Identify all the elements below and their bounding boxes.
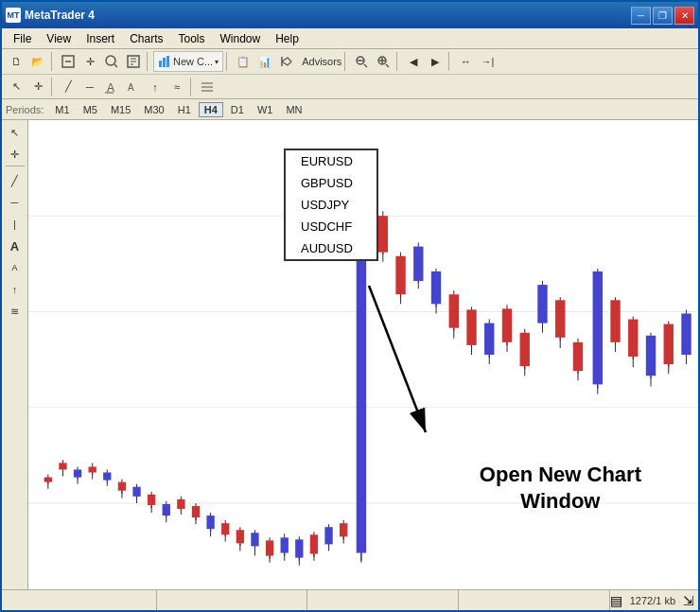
svg-text:A: A xyxy=(128,82,134,93)
period-sep-button[interactable] xyxy=(276,51,297,72)
separator-2 xyxy=(147,52,150,71)
close-button[interactable]: ✕ xyxy=(674,7,694,25)
main-window: MT MetaTrader 4 ─ ❐ ✕ File View Insert C… xyxy=(0,0,700,612)
text-objects-tool[interactable]: A xyxy=(101,77,122,97)
dropdown-item-eurusd[interactable]: EURUSD xyxy=(286,150,376,172)
periods-tool[interactable]: A xyxy=(123,77,144,97)
timeframe-bar: Periods: M1 M5 M15 M30 H1 H4 D1 W1 MN xyxy=(2,99,698,120)
restore-button[interactable]: ❐ xyxy=(653,7,673,25)
sep-draw-2 xyxy=(190,78,194,96)
svg-rect-130 xyxy=(573,342,583,371)
svg-rect-52 xyxy=(148,495,155,505)
text-lp[interactable]: A xyxy=(5,236,26,256)
vline-lp[interactable]: | xyxy=(5,214,26,235)
tf-h4[interactable]: H4 xyxy=(199,102,223,117)
menu-charts[interactable]: Charts xyxy=(122,30,170,47)
svg-rect-121 xyxy=(520,333,530,366)
tf-mn[interactable]: MN xyxy=(280,102,307,117)
dropdown-item-gbpusd[interactable]: GBPUSD xyxy=(286,172,376,194)
dropdown-item-audusd[interactable]: AUDUSD xyxy=(286,237,376,259)
cross-lp[interactable]: ✛ xyxy=(5,144,26,165)
new-chart-button[interactable]: New C... ▾ xyxy=(153,51,223,72)
title-bar: MT MetaTrader 4 ─ ❐ ✕ xyxy=(2,2,698,28)
line-tool[interactable]: ╱ xyxy=(58,77,79,97)
svg-line-16 xyxy=(386,64,389,67)
cursor-tool[interactable]: ↖ xyxy=(6,77,26,97)
trendline-lp[interactable]: ╱ xyxy=(5,170,26,191)
svg-rect-118 xyxy=(502,308,512,341)
zoom-in-button[interactable] xyxy=(101,51,122,72)
zoom-in-chart-button[interactable] xyxy=(373,51,394,72)
experts-button[interactable] xyxy=(58,51,79,72)
svg-rect-76 xyxy=(266,540,273,555)
tf-m1[interactable]: M1 xyxy=(49,102,75,117)
svg-rect-115 xyxy=(484,323,494,355)
svg-rect-100 xyxy=(395,256,405,294)
memory-info: 1272/1 kb xyxy=(630,595,675,606)
svg-rect-112 xyxy=(466,309,476,344)
auto-scroll-button[interactable]: ↔ xyxy=(455,51,476,72)
open-button[interactable]: 📂 xyxy=(27,51,48,72)
svg-rect-127 xyxy=(555,300,565,337)
svg-rect-55 xyxy=(163,504,170,516)
tf-w1[interactable]: W1 xyxy=(252,102,279,117)
indicators-button[interactable]: 📊 xyxy=(254,51,275,72)
dropdown-item-usdchf[interactable]: USDCHF xyxy=(286,216,376,237)
arrows-tool[interactable]: ↑ xyxy=(145,77,166,97)
menu-tools[interactable]: Tools xyxy=(171,30,213,47)
fibonacci-tool[interactable] xyxy=(197,77,218,97)
menu-view[interactable]: View xyxy=(39,30,79,47)
svg-rect-9 xyxy=(163,58,166,67)
svg-rect-91 xyxy=(340,523,347,536)
crosshair-button[interactable]: ✛ xyxy=(79,51,100,72)
properties-button[interactable] xyxy=(123,51,144,72)
status-seg-2 xyxy=(157,590,308,610)
svg-line-13 xyxy=(364,64,367,67)
crosshair-tool[interactable]: ✛ xyxy=(27,77,48,97)
separator-6 xyxy=(448,52,452,71)
hline-tool[interactable]: ─ xyxy=(79,77,100,97)
new-chart-label: New C... xyxy=(173,56,213,67)
tf-h1[interactable]: H1 xyxy=(172,102,197,117)
svg-rect-61 xyxy=(192,506,200,517)
menu-help[interactable]: Help xyxy=(268,30,306,47)
dropdown-item-usdjpy[interactable]: USDJPY xyxy=(286,194,376,216)
toolbar-row-2: ↖ ✛ ╱ ─ A A ↑ ≈ xyxy=(2,74,698,98)
sep-draw-1 xyxy=(51,78,55,96)
template-button[interactable]: 📋 xyxy=(233,51,254,72)
wave-lp[interactable]: ≋ xyxy=(5,301,26,322)
status-bar: ▤ 1272/1 kb ⇲ xyxy=(2,589,698,610)
svg-rect-106 xyxy=(431,271,441,304)
hline-lp[interactable]: ─ xyxy=(5,192,26,213)
timeframe-label: Periods: xyxy=(6,104,44,115)
menu-window[interactable]: Window xyxy=(213,30,269,47)
menu-insert[interactable]: Insert xyxy=(79,30,122,47)
minimize-button[interactable]: ─ xyxy=(631,7,651,25)
svg-rect-136 xyxy=(610,300,620,342)
tf-m15[interactable]: M15 xyxy=(105,102,136,117)
status-seg-3 xyxy=(307,590,459,610)
zoom-out-button[interactable] xyxy=(351,51,372,72)
svg-rect-40 xyxy=(89,466,96,472)
arrow-lp[interactable]: ↑ xyxy=(5,279,26,300)
menu-file[interactable]: File xyxy=(6,30,39,47)
svg-rect-88 xyxy=(324,527,332,544)
new-button[interactable]: 🗋 xyxy=(6,51,26,72)
status-seg-1 xyxy=(6,590,157,610)
separator-4 xyxy=(344,52,348,71)
scroll-right-button[interactable]: ▶ xyxy=(425,51,446,72)
tf-m5[interactable]: M5 xyxy=(78,102,103,117)
scroll-left-button[interactable]: ◀ xyxy=(403,51,424,72)
svg-rect-46 xyxy=(118,482,126,491)
separator-1 xyxy=(51,52,55,71)
tf-m30[interactable]: M30 xyxy=(138,102,169,117)
cursor-lp[interactable]: ↖ xyxy=(5,122,26,143)
wavetools-tool[interactable]: ≈ xyxy=(166,77,187,97)
label-lp[interactable]: A xyxy=(5,257,26,278)
svg-rect-58 xyxy=(177,499,184,509)
tf-d1[interactable]: D1 xyxy=(225,102,250,117)
chart-shift-button[interactable]: →| xyxy=(477,51,498,72)
chart-area[interactable]: EURUSD GBPUSD USDJPY USDCHF AUDUSD Open … xyxy=(28,120,698,589)
svg-rect-139 xyxy=(628,320,638,357)
svg-rect-49 xyxy=(132,487,140,497)
